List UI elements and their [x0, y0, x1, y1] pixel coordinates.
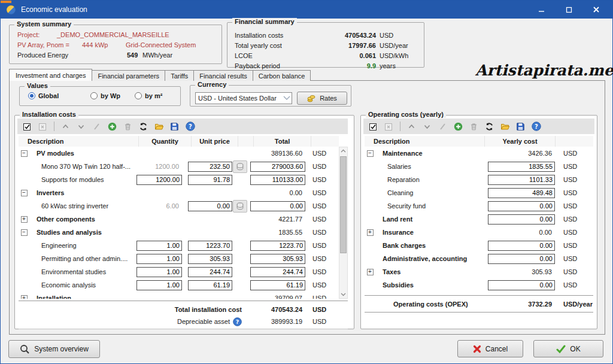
delete-icon[interactable]	[468, 120, 480, 132]
expand-toggle[interactable]: +	[367, 229, 374, 236]
move-up-icon[interactable]	[60, 120, 71, 132]
move-up-icon[interactable]	[406, 120, 417, 132]
delete-icon[interactable]	[122, 120, 133, 132]
quantity-input[interactable]	[136, 254, 182, 264]
tab-financial-results[interactable]: Financial results	[193, 70, 253, 81]
quantity-input[interactable]	[136, 241, 182, 251]
check-all-icon[interactable]	[368, 120, 379, 132]
scroll-down-icon[interactable]	[339, 290, 347, 298]
installation-costs-value: 470543.24	[323, 32, 376, 39]
help-icon[interactable]: ?	[233, 317, 242, 326]
refresh-icon[interactable]	[138, 120, 149, 132]
refresh-icon[interactable]	[484, 120, 495, 132]
unit-price-input[interactable]	[188, 280, 232, 290]
help-icon[interactable]: ?	[184, 120, 196, 132]
tab-tariffs[interactable]: Tariffs	[165, 70, 194, 81]
currency-select[interactable]: USD - United States Dollar	[195, 92, 292, 104]
scroll-up-icon[interactable]	[339, 147, 347, 155]
system-overview-button[interactable]: System overview	[8, 340, 100, 358]
operating-table-header: Description Yearly cost	[365, 136, 593, 147]
group-row: + Installation 39709.07 USD	[19, 292, 339, 299]
item-row: Mono 370 Wp Twin 120 half-... 1200.00 US…	[19, 160, 339, 173]
yearly-cost-input[interactable]	[488, 280, 555, 290]
group-row: + Insurance 0.00 USD	[365, 226, 593, 239]
expand-toggle[interactable]: +	[21, 295, 28, 299]
collapse-toggle[interactable]: −	[367, 150, 374, 157]
total-input[interactable]	[250, 201, 305, 211]
total-input[interactable]	[250, 241, 305, 251]
total-input[interactable]	[250, 280, 305, 290]
collapse-toggle[interactable]: −	[21, 190, 28, 196]
total-input[interactable]	[250, 254, 305, 264]
unit-price-input[interactable]	[188, 201, 232, 211]
header-quantity: Quantity	[138, 136, 191, 147]
close-button[interactable]	[582, 1, 610, 19]
divider	[365, 312, 593, 313]
scrollbar-thumb[interactable]	[340, 156, 347, 253]
uncheck-all-icon[interactable]	[383, 120, 394, 132]
rates-button[interactable]: Rates	[297, 92, 347, 105]
row-description: Installation	[29, 295, 133, 299]
edit-icon[interactable]	[437, 120, 448, 132]
save-icon[interactable]	[515, 120, 526, 132]
uncheck-all-icon[interactable]	[37, 120, 48, 132]
divider	[19, 329, 348, 329]
installation-scrollbar[interactable]	[339, 147, 348, 299]
quantity-input[interactable]	[136, 267, 182, 277]
depreciable-asset-value: 389993.19	[271, 318, 305, 325]
open-folder-icon[interactable]	[153, 120, 165, 132]
yearly-cost-input[interactable]	[488, 175, 555, 185]
open-folder-icon[interactable]	[499, 120, 511, 132]
yearly-cost-input[interactable]	[488, 188, 555, 198]
save-icon[interactable]	[169, 120, 180, 132]
price-database-button[interactable]	[233, 160, 247, 173]
radio-global[interactable]: Global	[28, 92, 59, 99]
edit-icon[interactable]	[91, 120, 102, 132]
yearly-cost-input[interactable]	[488, 241, 555, 251]
move-down-icon[interactable]	[421, 120, 433, 132]
opex-label: Operating costs (OPEX)	[365, 301, 484, 308]
cancel-button[interactable]: Cancel	[457, 340, 523, 357]
expand-toggle[interactable]: +	[367, 269, 374, 275]
collapse-toggle[interactable]: −	[21, 229, 28, 236]
quantity-input[interactable]	[136, 280, 182, 290]
currency-label: USD	[555, 150, 593, 157]
quantity-input[interactable]	[136, 175, 182, 185]
currency-label: USD	[305, 255, 339, 262]
unit-price-input[interactable]	[188, 267, 232, 277]
total-input[interactable]	[250, 267, 305, 277]
window-title: Economic evaluation	[21, 5, 87, 14]
unit-price-input[interactable]	[188, 162, 232, 172]
total-installation-label: Total installation cost	[19, 306, 248, 313]
yearly-cost-input[interactable]	[488, 214, 555, 225]
unit-price-input[interactable]	[188, 254, 232, 264]
total-input[interactable]	[250, 175, 305, 185]
operating-costs-title: Operating costs (yearly)	[366, 111, 446, 118]
total-input[interactable]	[250, 162, 305, 172]
expand-toggle[interactable]: +	[21, 216, 28, 223]
ok-button[interactable]: OK	[533, 340, 603, 357]
add-icon[interactable]	[453, 120, 464, 132]
unit-price-input[interactable]	[188, 175, 232, 185]
yearly-cost-input[interactable]	[488, 162, 555, 172]
currency-title: Currency	[195, 81, 229, 88]
help-icon[interactable]: ?	[530, 120, 542, 132]
radio-by-wp[interactable]: by Wp	[90, 92, 120, 99]
tab-carbon-balance[interactable]: Carbon balance	[253, 70, 311, 81]
radio-by-wp-circle	[90, 92, 98, 99]
yearly-cost-input[interactable]	[488, 254, 555, 264]
minimize-button[interactable]	[527, 1, 555, 19]
add-icon[interactable]	[107, 120, 118, 132]
depreciable-asset-currency: USD	[305, 318, 339, 325]
collapse-toggle[interactable]: −	[21, 150, 28, 157]
check-all-icon[interactable]	[22, 120, 33, 132]
tab-financial-parameters[interactable]: Financial parameters	[92, 70, 165, 81]
yearly-cost-input[interactable]	[488, 201, 555, 211]
price-database-button[interactable]	[233, 200, 247, 213]
move-down-icon[interactable]	[75, 120, 87, 132]
maximize-button[interactable]	[555, 1, 582, 19]
tab-investment-and-charges[interactable]: Investment and charges	[9, 69, 92, 81]
unit-price-input[interactable]	[188, 241, 232, 251]
header-currency-spacer	[311, 136, 339, 147]
radio-by-m2[interactable]: by m²	[135, 92, 162, 99]
